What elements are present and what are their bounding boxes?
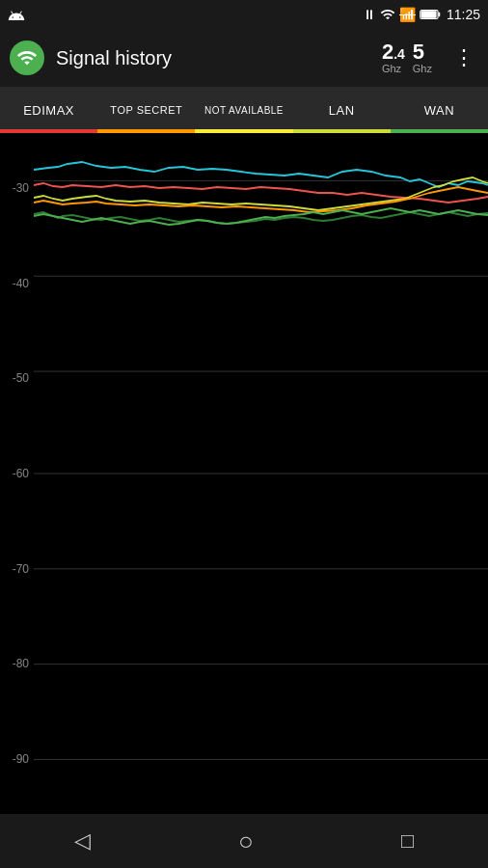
app-title: Signal history (56, 47, 382, 69)
freq-5-unit: Ghz (413, 63, 432, 74)
freq-5-num: 5 (413, 41, 424, 63)
yellow-signal-line (34, 177, 488, 210)
freq-24[interactable]: 2.4 Ghz (382, 41, 405, 74)
tab-wan[interactable]: WAN (391, 87, 488, 133)
tab-not-available-label: NOT AVAILABLE (204, 105, 284, 116)
tabs-bar: EDIMAX TOP SECRET NOT AVAILABLE LAN WAN (0, 87, 488, 133)
y-label-30: -30 (0, 174, 34, 195)
tab-lan-label: LAN (329, 103, 355, 118)
y-label-60: -60 (0, 467, 34, 480)
wifi-circle-icon (16, 47, 38, 68)
wifi-icon (380, 7, 395, 22)
battery-icon (420, 8, 441, 21)
freq-24-num: 2.4 (382, 41, 405, 63)
y-label-90: -90 (0, 752, 34, 773)
tab-lan[interactable]: LAN (293, 87, 391, 133)
y-label-70: -70 (0, 562, 34, 576)
recent-button[interactable]: □ (401, 828, 414, 854)
y-label-80: -80 (0, 657, 34, 670)
tab-top-secret[interactable]: TOP SECRET (97, 87, 195, 133)
no-sim-icon: 📶 (399, 7, 416, 22)
svg-rect-2 (420, 11, 436, 17)
tab-edimax-label: EDIMAX (23, 103, 74, 118)
tab-wan-label: WAN (424, 103, 454, 118)
orange-signal-line (34, 187, 488, 212)
status-right: ⏸ 📶 11:25 (363, 7, 480, 22)
chart-area: -30 -40 -50 -60 -70 -80 -90 (0, 133, 488, 814)
pause-icon: ⏸ (363, 7, 376, 22)
y-label-40: -40 (0, 277, 34, 290)
status-left (8, 6, 25, 23)
bright-green-signal-line (34, 208, 488, 225)
overflow-menu-button[interactable]: ⋮ (449, 41, 478, 74)
app-bar: Signal history 2.4 Ghz 5 Ghz ⋮ (0, 29, 488, 87)
freq-5[interactable]: 5 Ghz (413, 41, 432, 74)
tab-not-available[interactable]: NOT AVAILABLE (195, 87, 292, 133)
android-icon (8, 6, 25, 23)
back-button[interactable]: ◁ (74, 828, 91, 854)
y-label-50: -50 (0, 371, 34, 385)
freq-group: 2.4 Ghz 5 Ghz (382, 41, 440, 74)
tab-edimax[interactable]: EDIMAX (0, 87, 97, 133)
freq-24-unit: Ghz (382, 63, 401, 74)
svg-rect-1 (438, 13, 440, 16)
status-bar: ⏸ 📶 11:25 (0, 0, 488, 29)
y-axis: -30 -40 -50 -60 -70 -80 -90 (0, 133, 34, 814)
signal-chart (34, 133, 488, 814)
time: 11:25 (447, 7, 480, 22)
app-icon (10, 41, 44, 75)
tab-top-secret-label: TOP SECRET (110, 104, 182, 116)
home-button[interactable]: ○ (238, 827, 254, 856)
bottom-nav: ◁ ○ □ (0, 814, 488, 868)
cyan-signal-line (34, 162, 488, 187)
